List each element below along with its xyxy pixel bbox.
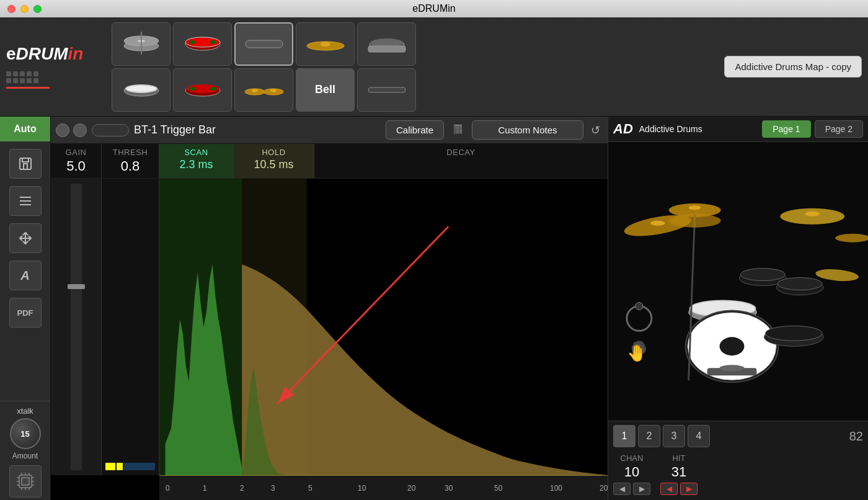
right-panel: AD Addictive Drums Page 1 Page 2	[608, 117, 868, 500]
instrument-snare-red2[interactable]	[173, 68, 232, 112]
instrument-bell[interactable]: Bell	[296, 68, 355, 112]
plugin-name: Addictive Drums	[639, 124, 758, 134]
preset-button[interactable]: Addictive Drums Map - copy	[724, 56, 862, 78]
chan-arrows: ◀ ▶	[613, 483, 650, 495]
channel-tab-3[interactable]: 3	[663, 425, 685, 447]
hit-label: HIT	[673, 453, 686, 463]
chan-value: 10	[624, 464, 639, 480]
maximize-button[interactable]	[33, 5, 42, 13]
instrument-cymbal-pair[interactable]	[234, 68, 293, 112]
xtalk-label: xtalk	[17, 406, 33, 416]
hit-up-btn[interactable]: ▶	[680, 483, 698, 495]
tick-3: 3	[271, 484, 275, 493]
scan-label: SCAN	[184, 148, 208, 157]
tick-2: 2	[240, 484, 244, 493]
sidebar-meter-area	[0, 393, 50, 398]
instrument-cymbal-gold[interactable]	[296, 22, 355, 66]
tick-30: 30	[445, 484, 453, 493]
pad-circle-1	[56, 123, 69, 137]
svg-point-57	[650, 221, 665, 226]
channel-tab-4[interactable]: 4	[688, 425, 710, 447]
tick-10: 10	[358, 484, 366, 493]
calibrate-button[interactable]: Calibrate	[386, 120, 444, 140]
instrument-bar-active[interactable]	[234, 22, 293, 66]
svg-point-74	[669, 214, 721, 228]
instrument-snare-rim[interactable]	[357, 22, 416, 66]
list-icon-button[interactable]	[9, 186, 42, 216]
svg-point-82	[636, 302, 643, 310]
chan-hit-row: CHAN 10 ◀ ▶ HIT 31 ◀ ▶	[608, 451, 868, 500]
move-icon-button[interactable]	[9, 223, 42, 253]
titlebar-title: eDRUMin	[412, 3, 455, 14]
svg-point-25	[270, 89, 277, 92]
svg-point-17	[126, 86, 156, 92]
instrument-snare-white[interactable]	[112, 68, 170, 112]
thresh-label: THRESH	[113, 148, 148, 157]
instrument-hihat[interactable]	[112, 22, 170, 66]
chan-label: CHAN	[621, 453, 644, 463]
auto-button[interactable]: Auto	[0, 117, 50, 141]
gain-param: GAIN 5.0	[51, 144, 102, 178]
svg-point-21	[189, 87, 195, 91]
ad-logo: AD	[613, 121, 633, 137]
instrument-snare-red[interactable]	[173, 22, 232, 66]
xtalk-value: 15	[20, 429, 29, 439]
logo-in: in	[68, 44, 84, 63]
logo-dots-row1	[6, 71, 50, 76]
svg-point-70	[720, 337, 745, 355]
page2-tab[interactable]: Page 2	[815, 120, 863, 138]
a-icon-button[interactable]: A	[9, 261, 42, 290]
tick-50: 50	[494, 484, 502, 493]
amount-label: Amount	[12, 452, 38, 460]
gain-fader-track[interactable]	[71, 184, 82, 470]
logo-dots-row2	[6, 78, 50, 83]
viz-area: 0 1 2 3 5 10 20 30 50 100 200	[51, 179, 608, 500]
tick-5: 5	[308, 484, 312, 493]
custom-notes-button[interactable]: Custom Notes	[472, 120, 583, 140]
xtalk-knob[interactable]: 15	[10, 418, 41, 449]
svg-text:🤚: 🤚	[627, 343, 647, 363]
notes-icon: 𝄜	[449, 123, 467, 137]
hold-param: HOLD 10.5 ms	[234, 144, 314, 178]
logo-area: eDRUMin	[6, 45, 105, 89]
thresh-value: 0.8	[121, 158, 140, 174]
center-panel: BT-1 Trigger Bar Calibrate 𝄜 Custom Note…	[51, 117, 608, 500]
sidebar-icons: A PDF	[9, 141, 42, 393]
top-section: eDRUMin	[0, 17, 868, 117]
drum-kit-viz: 🤚	[608, 142, 868, 421]
chan-up-btn[interactable]: ▶	[633, 483, 650, 495]
time-axis: 0 1 2 3 5 10 20 30 50 100 200	[159, 475, 608, 500]
hold-label: HOLD	[262, 148, 285, 157]
left-sidebar: Auto A PDF	[0, 117, 51, 500]
channel-tab-1[interactable]: 1	[613, 425, 636, 447]
save-icon-button[interactable]	[9, 149, 42, 179]
hit-down-btn[interactable]: ◀	[660, 483, 678, 495]
hit-value: 31	[671, 464, 686, 480]
pad-indicators	[56, 123, 87, 137]
chan-down-btn[interactable]: ◀	[613, 483, 631, 495]
gain-fader-handle[interactable]	[68, 284, 85, 289]
close-button[interactable]	[7, 5, 16, 13]
drum-kit-svg: 🤚	[608, 142, 868, 421]
decay-label: DECAY	[446, 148, 475, 157]
gain-value: 5.0	[66, 158, 86, 174]
logo-drum: DRUM	[16, 44, 68, 63]
refresh-button[interactable]: ↺	[588, 121, 603, 140]
svg-point-61	[805, 212, 820, 217]
preset-area: Addictive Drums Map - copy	[688, 56, 862, 78]
tick-100: 100	[550, 484, 562, 493]
pad-circle-2	[73, 123, 87, 137]
channel-tab-2[interactable]: 2	[638, 425, 660, 447]
svg-point-59	[689, 205, 701, 210]
level-meter-row	[105, 463, 155, 470]
chip-icon-button[interactable]	[9, 465, 42, 498]
pdf-icon-button[interactable]: PDF	[9, 298, 42, 328]
instrument-bar2[interactable]	[357, 68, 416, 112]
logo-e: e	[6, 44, 16, 63]
svg-point-78	[777, 278, 822, 290]
gain-label: GAIN	[66, 148, 87, 157]
page1-tab[interactable]: Page 1	[762, 120, 810, 138]
trigger-name: BT-1 Trigger Bar	[134, 123, 381, 136]
svg-rect-28	[24, 164, 27, 169]
minimize-button[interactable]	[20, 5, 29, 13]
